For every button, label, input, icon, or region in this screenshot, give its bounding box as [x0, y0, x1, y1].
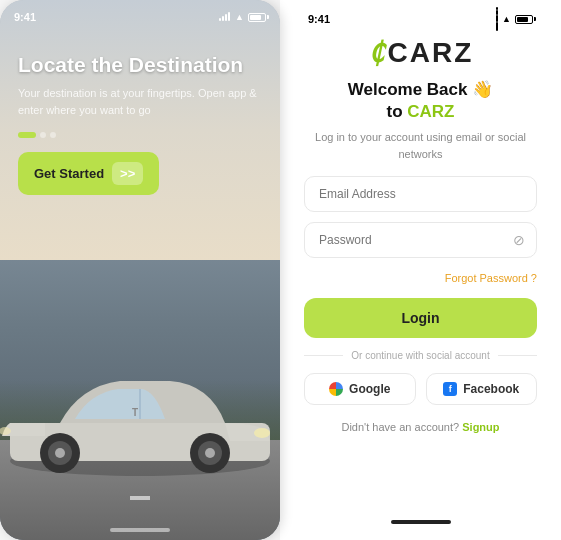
wifi-icon: ▲: [235, 12, 244, 22]
status-bar-left: 9:41 ▲: [0, 0, 280, 28]
app-logo: ₵ CARZ: [368, 36, 474, 69]
welcome-line1: Welcome Back 👋: [348, 80, 493, 99]
get-started-label: Get Started: [34, 166, 104, 181]
welcome-carz: CARZ: [407, 102, 454, 121]
time-right: 9:41: [308, 13, 330, 25]
social-buttons-row: Google f Facebook: [304, 373, 537, 405]
google-icon: [329, 382, 343, 396]
signal-icon: [219, 13, 231, 21]
status-bar-right: 9:41 ▲: [304, 0, 537, 32]
status-icons-right: ▲: [496, 7, 533, 31]
signal-icon-right: [496, 7, 498, 31]
status-icons-left: ▲: [219, 12, 266, 22]
logo-c-icon: ₵: [369, 36, 384, 69]
welcome-subtitle: Log in to your account using email or so…: [304, 129, 537, 162]
dot-active: [18, 132, 36, 138]
left-subtitle: Your destination is at your fingertips. …: [18, 85, 262, 118]
arrow-box: >>: [112, 162, 143, 185]
welcome-to-prefix: to: [386, 102, 407, 121]
forgot-password-link[interactable]: Forgot Password ?: [445, 272, 537, 284]
facebook-button[interactable]: f Facebook: [426, 373, 538, 405]
social-divider: Or continue with social account: [304, 350, 537, 361]
dot-1: [40, 132, 46, 138]
signup-row: Didn't have an account? Signup: [341, 421, 499, 433]
left-title: Locate the Destination: [18, 52, 262, 77]
divider-line-left: [304, 355, 343, 356]
svg-point-8: [205, 448, 215, 458]
battery-icon-right: [515, 15, 533, 24]
login-button[interactable]: Login: [304, 298, 537, 338]
password-field-container: ⊘: [304, 222, 537, 258]
road-line: [130, 496, 150, 500]
welcome-title: Welcome Back 👋 to CARZ: [348, 79, 493, 123]
signup-text: Didn't have an account?: [341, 421, 459, 433]
svg-point-5: [55, 448, 65, 458]
logo-name: CARZ: [388, 37, 474, 69]
time-left: 9:41: [14, 11, 36, 23]
google-button[interactable]: Google: [304, 373, 416, 405]
signup-link[interactable]: Signup: [462, 421, 499, 433]
battery-icon: [248, 13, 266, 22]
google-label: Google: [349, 382, 390, 396]
get-started-button[interactable]: Get Started >>: [18, 152, 159, 195]
email-field-container: [304, 176, 537, 212]
email-input[interactable]: [304, 176, 537, 212]
dot-2: [50, 132, 56, 138]
arrow-icon: >>: [120, 166, 135, 181]
home-indicator-left: [110, 528, 170, 532]
left-content: Locate the Destination Your destination …: [0, 36, 280, 211]
home-indicator-right: [391, 520, 451, 524]
facebook-icon: f: [443, 382, 457, 396]
wifi-icon-right: ▲: [502, 14, 511, 24]
show-password-icon[interactable]: ⊘: [513, 232, 525, 248]
right-panel: 9:41 ▲ ₵ CARZ Welcome Back 👋 to CARZ Log…: [280, 0, 561, 540]
car-illustration: T: [0, 351, 280, 485]
divider-line-right: [498, 355, 537, 356]
svg-text:T: T: [132, 407, 138, 418]
password-input[interactable]: [304, 222, 537, 258]
forgot-password-container: Forgot Password ?: [304, 268, 537, 286]
facebook-label: Facebook: [463, 382, 519, 396]
svg-point-9: [254, 428, 270, 438]
divider-text: Or continue with social account: [351, 350, 489, 361]
left-panel: T 9:41 ▲ Locate the Destination Your des…: [0, 0, 280, 540]
pagination-dots: [18, 132, 262, 138]
